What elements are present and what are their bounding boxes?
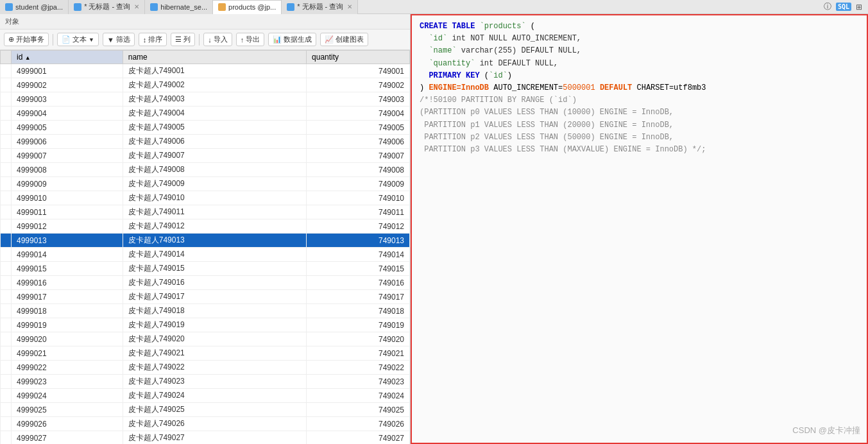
table-row[interactable]: 4999014皮卡超人749014749014 <box>1 248 410 262</box>
cell-quantity: 749014 <box>307 248 410 262</box>
close-icon-untitled1[interactable]: ✕ <box>134 3 139 10</box>
row-indicator <box>1 191 12 205</box>
cell-id: 4999024 <box>12 389 123 403</box>
cell-id: 4999023 <box>12 375 123 389</box>
datagen-button[interactable]: 📊 数据生成 <box>268 33 316 46</box>
cell-name: 皮卡超人749006 <box>123 135 306 149</box>
tab-label-products: products @jp... <box>228 3 276 11</box>
table-row[interactable]: 4999001皮卡超人749001749001 <box>1 64 410 78</box>
table-row[interactable]: 4999005皮卡超人749005749005 <box>1 121 410 135</box>
export-button[interactable]: ↑ 导出 <box>236 33 265 46</box>
table-row[interactable]: 4999003皮卡超人749003749003 <box>1 92 410 107</box>
object-label: 对象 <box>5 17 19 26</box>
cell-id: 4999009 <box>12 177 123 191</box>
cell-id: 4999010 <box>12 191 123 205</box>
filter-label: 筛选 <box>116 35 130 44</box>
cell-name: 皮卡超人749010 <box>123 191 306 205</box>
column-header-id[interactable]: id ▲ <box>12 51 123 64</box>
table-row[interactable]: 4999022皮卡超人749022749022 <box>1 361 410 375</box>
cell-id: 4999019 <box>12 318 123 332</box>
tab-student[interactable]: student @jpa... <box>0 0 69 14</box>
table-row[interactable]: 4999004皮卡超人749004749004 <box>1 107 410 121</box>
start-transaction-label: 开始事务 <box>16 35 44 44</box>
table-row[interactable]: 4999002皮卡超人749002749002 <box>1 78 410 92</box>
row-indicator <box>1 332 12 346</box>
text-icon: 📄 <box>62 35 71 44</box>
right-panel: CREATE TABLE `products` ( `id` int NOT N… <box>411 14 868 444</box>
info-icon[interactable]: ⓘ <box>822 1 833 13</box>
tab-label-hibernate: hibernate_se... <box>160 3 207 11</box>
cell-id: 4999014 <box>12 248 123 262</box>
cell-id: 4999021 <box>12 346 123 361</box>
create-chart-button[interactable]: 📈 创建图表 <box>320 33 368 46</box>
watermark: CSDN @皮卡冲撞 <box>792 425 860 436</box>
table-row[interactable]: 4999017皮卡超人749017749017 <box>1 290 410 304</box>
grid-icon[interactable]: ⊞ <box>854 2 864 12</box>
row-indicator <box>1 121 12 135</box>
tab-icon-student <box>5 3 13 11</box>
tab-label-untitled1: * 无标题 - 查询 <box>84 2 130 12</box>
close-icon-untitled2[interactable]: ✕ <box>347 3 352 10</box>
sql-icon[interactable]: SQL <box>836 3 851 11</box>
table-row[interactable]: 4999012皮卡超人749012749012 <box>1 219 410 234</box>
cell-quantity: 749022 <box>307 361 410 375</box>
cell-name: 皮卡超人749002 <box>123 78 306 92</box>
export-icon: ↑ <box>241 36 244 44</box>
row-indicator <box>1 389 12 403</box>
row-indicator <box>1 78 12 92</box>
table-row[interactable]: 4999020皮卡超人749020749020 <box>1 332 410 346</box>
cell-name: 皮卡超人749014 <box>123 248 306 262</box>
cell-quantity: 749006 <box>307 135 410 149</box>
filter-button[interactable]: ▼ 筛选 <box>103 33 135 46</box>
column-header-name[interactable]: name <box>123 51 306 64</box>
sort-button[interactable]: ↕ 排序 <box>139 33 167 46</box>
list-label: 列 <box>183 35 191 44</box>
table-row[interactable]: 4999023皮卡超人749023749023 <box>1 375 410 389</box>
row-indicator <box>1 219 12 234</box>
import-button[interactable]: ↓ 导入 <box>203 33 232 46</box>
list-button[interactable]: ☰ 列 <box>171 33 195 46</box>
cell-quantity: 749019 <box>307 318 410 332</box>
cell-id: 4999016 <box>12 276 123 290</box>
cell-id: 4999017 <box>12 290 123 304</box>
cell-quantity: 749011 <box>307 205 410 219</box>
tab-products[interactable]: products @jp... <box>213 0 282 14</box>
cell-id: 4999004 <box>12 107 123 121</box>
table-row[interactable]: 4999021皮卡超人749021749021 <box>1 346 410 361</box>
table-row[interactable]: 4999018皮卡超人749018749018 <box>1 304 410 318</box>
row-indicator <box>1 205 12 219</box>
import-label: 导入 <box>214 35 228 44</box>
tab-label-untitled2: * 无标题 - 查询 <box>297 2 343 12</box>
table-row[interactable]: 4999015皮卡超人749015749015 <box>1 262 410 276</box>
table-row[interactable]: 4999027皮卡超人749027749027 <box>1 431 410 445</box>
table-row[interactable]: 4999009皮卡超人749009749009 <box>1 177 410 191</box>
row-indicator <box>1 163 12 177</box>
table-row[interactable]: 4999019皮卡超人749019749019 <box>1 318 410 332</box>
table-row[interactable]: 4999011皮卡超人749011749011 <box>1 205 410 219</box>
table-row[interactable]: 4999016皮卡超人749016749016 <box>1 276 410 290</box>
cell-name: 皮卡超人749015 <box>123 262 306 276</box>
separator2 <box>199 34 200 46</box>
tab-hibernate[interactable]: hibernate_se... <box>145 0 213 14</box>
table-row[interactable]: ▶4999013皮卡超人749013749013 <box>1 234 410 248</box>
cell-name: 皮卡超人749007 <box>123 149 306 163</box>
cell-quantity: 749009 <box>307 177 410 191</box>
code-area[interactable]: CREATE TABLE `products` ( `id` int NOT N… <box>411 14 868 444</box>
cell-name: 皮卡超人749003 <box>123 92 306 107</box>
start-transaction-button[interactable]: ⊕ 开始事务 <box>4 33 49 46</box>
tab-untitled2[interactable]: * 无标题 - 查询 ✕ <box>282 0 358 14</box>
table-row[interactable]: 4999008皮卡超人749008749008 <box>1 163 410 177</box>
table-row[interactable]: 4999006皮卡超人749006749006 <box>1 135 410 149</box>
tab-untitled1[interactable]: * 无标题 - 查询 ✕ <box>69 0 145 14</box>
tab-label-student: student @jpa... <box>15 3 63 11</box>
data-table-container: id ▲ name quantity 4999001皮卡超人7490017490… <box>0 50 410 444</box>
column-header-quantity[interactable]: quantity <box>307 51 410 64</box>
table-row[interactable]: 4999025皮卡超人749025749025 <box>1 403 410 417</box>
table-row[interactable]: 4999024皮卡超人749024749024 <box>1 389 410 403</box>
table-row[interactable]: 4999007皮卡超人749007749007 <box>1 149 410 163</box>
table-row[interactable]: 4999026皮卡超人749026749026 <box>1 417 410 431</box>
text-button[interactable]: 📄 文本 ▼ <box>57 33 99 46</box>
table-row[interactable]: 4999010皮卡超人749010749010 <box>1 191 410 205</box>
cell-name: 皮卡超人749027 <box>123 431 306 445</box>
separator1 <box>53 34 53 46</box>
